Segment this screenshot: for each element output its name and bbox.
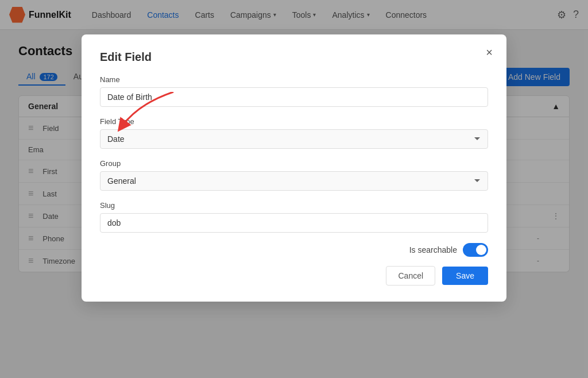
searchable-toggle[interactable] [463, 243, 488, 257]
toggle-slider [463, 243, 488, 257]
slug-label: Slug [100, 201, 488, 210]
group-field-group: Group General Custom [100, 159, 488, 191]
modal-title: Edit Field [100, 51, 488, 64]
slug-input[interactable] [100, 213, 488, 233]
field-type-label: Field Type [100, 117, 488, 126]
name-field-group: Name [100, 75, 488, 107]
group-label: Group [100, 159, 488, 168]
cancel-button[interactable]: Cancel [386, 266, 435, 286]
edit-field-modal: × Edit Field Name Field Type Date Text N… [82, 34, 506, 286]
field-type-group: Field Type Date Text Number Email Phone [100, 117, 488, 149]
searchable-row: Is searchable [100, 243, 488, 257]
save-button[interactable]: Save [442, 267, 488, 285]
group-select[interactable]: General Custom [100, 171, 488, 191]
slug-field-group: Slug [100, 201, 488, 233]
modal-footer: Cancel Save [100, 266, 488, 286]
modal-overlay: × Edit Field Name Field Type Date Text N… [0, 0, 588, 286]
modal-close-button[interactable]: × [486, 46, 493, 59]
searchable-label: Is searchable [409, 245, 457, 254]
name-input[interactable] [100, 87, 488, 107]
field-type-select[interactable]: Date Text Number Email Phone [100, 129, 488, 149]
name-label: Name [100, 75, 488, 84]
